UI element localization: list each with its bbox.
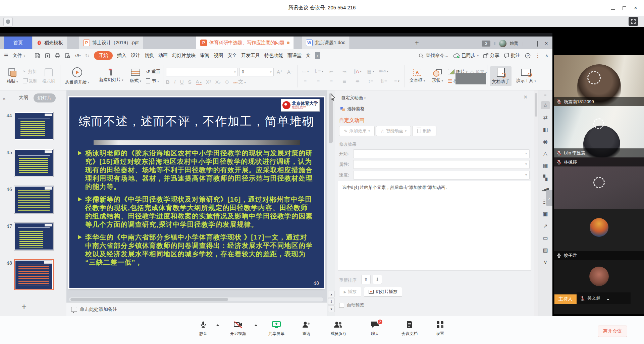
add-effect-button[interactable]: ✎添加效果▾ (339, 126, 375, 136)
format-painter-button[interactable]: 格式刷 (40, 67, 57, 85)
leave-meeting-button[interactable]: 离开会议 (598, 326, 627, 337)
vertical-scrollbar[interactable]: ▴ ⇕ ▾ (327, 90, 335, 316)
auto-preview-row[interactable]: 自动预览 (339, 302, 364, 308)
textbox-button[interactable]: A 文本框 (408, 68, 427, 85)
decrease-font-icon[interactable]: A⁻ (286, 69, 294, 75)
decrease-indent-icon[interactable]: ⇤ (326, 68, 336, 75)
align-center-icon[interactable]: ≡ (313, 77, 323, 85)
distribute-icon[interactable]: ⇹ (353, 77, 363, 85)
menu-file[interactable]: 文件∨ (13, 53, 26, 59)
font-name-select[interactable] (166, 68, 238, 76)
font-size-select[interactable]: 0 (239, 68, 274, 76)
menu-transition[interactable]: 切换 (145, 53, 154, 59)
close-button[interactable]: × (633, 5, 639, 11)
menu-rain-classroom[interactable]: 雨课堂 (287, 53, 302, 59)
wps-close-button[interactable]: × (544, 41, 549, 46)
clear-format-icon[interactable]: ◇ (225, 79, 229, 85)
minimize-button[interactable] (610, 5, 616, 11)
collapse-video-chevron-icon[interactable]: ⌄ (606, 296, 610, 301)
fullscreen-button[interactable] (629, 17, 638, 26)
panel-scrollbar[interactable] (534, 90, 538, 316)
increase-indent-icon[interactable]: ⇥ (339, 68, 350, 75)
tab-slides[interactable]: 幻灯片 (34, 93, 56, 102)
meeting-docs-button[interactable]: 会议文档 (395, 320, 424, 337)
sidebar-animation-icon[interactable]: ☆ (541, 101, 550, 109)
collapse-ribbon-icon[interactable]: ∧ (545, 53, 548, 58)
undo-icon[interactable]: ↺▾ (75, 53, 80, 59)
shapes-button[interactable]: 形状 (430, 68, 445, 85)
members-button[interactable]: 成员(57) (324, 320, 352, 337)
notes-bar[interactable]: 单击此处添加备注 (66, 302, 327, 316)
delete-effect-button[interactable]: 删除 (412, 126, 436, 136)
protection-button[interactable] (3, 17, 13, 26)
menu-view[interactable]: 视图 (214, 53, 223, 59)
user-name[interactable]: 姚蕾 (510, 41, 519, 47)
new-tab-button[interactable]: + (415, 39, 419, 47)
menu-developer[interactable]: 开发工具 (241, 53, 260, 59)
participant-tile[interactable]: 林楓婷 (554, 157, 644, 209)
doc-assistant-button[interactable]: 文档助手 (490, 66, 512, 86)
menu-scroll-right-icon[interactable]: › (315, 52, 320, 59)
menu-start[interactable]: 开始 (94, 51, 113, 60)
increase-font-icon[interactable]: A⁺ (275, 69, 284, 75)
line-spacing-icon[interactable]: ↕≡ (366, 77, 376, 85)
slide-thumbnail-45[interactable] (14, 149, 54, 177)
menu-overflow[interactable]: 文 (306, 53, 311, 59)
presentation-tools-button[interactable]: 演示工具 (514, 67, 538, 85)
wps-restore-button[interactable] (535, 41, 540, 46)
mic-options-icon[interactable] (216, 324, 219, 326)
invite-button[interactable]: 邀请 (292, 320, 320, 337)
border-icon[interactable]: ▦ (366, 68, 376, 75)
play-from-current-button[interactable]: 从当前开始 (63, 66, 92, 86)
more-menu-icon[interactable]: ⋮ (535, 53, 540, 59)
move-down-button[interactable]: ⬇ (373, 275, 382, 284)
slide-thumbnail-47[interactable] (14, 222, 54, 251)
sidebar-image-library-icon[interactable]: ▣ (541, 210, 550, 218)
sidebar-table-icon[interactable]: ▦ (541, 161, 550, 169)
section-button[interactable]: 节 (146, 78, 160, 84)
subscript-button[interactable]: X₂ (215, 79, 221, 85)
redo-icon[interactable]: ↻ (85, 53, 90, 59)
participant-tile[interactable]: Léo 李昱震 (554, 106, 644, 157)
horizontal-scrollbar[interactable] (69, 297, 323, 301)
scroll-down-icon[interactable]: ▾ (328, 305, 335, 312)
superscript-button[interactable]: X² (206, 79, 211, 85)
numbered-list-icon[interactable]: ⒈≡ (313, 68, 323, 75)
prev-next-slide-icon[interactable]: ⇕ (328, 298, 335, 305)
print-preview-icon[interactable] (65, 53, 70, 59)
sync-status[interactable]: 已同步▾ (453, 53, 479, 59)
align-left-icon[interactable]: ≡ (300, 77, 310, 85)
participant-tile[interactable]: 吴文超 主持人 ⌄ (554, 260, 644, 314)
text-direction-icon[interactable]: ∥A (353, 68, 363, 75)
chat-button[interactable]: 聊天 (361, 320, 389, 337)
tab-outline[interactable]: 大纲 (19, 95, 28, 101)
scroll-up-icon[interactable]: ▴ (328, 291, 335, 297)
play-button[interactable]: ▶播放 (339, 287, 361, 297)
sidebar-material-box-icon[interactable]: ▭ (541, 234, 550, 242)
sidebar-transition-icon[interactable]: ⇄ (541, 113, 550, 121)
slide-canvas[interactable]: 北京体育大学BEIJING SPORT UNIVERSITY 综而不述，述而不评… (66, 90, 327, 316)
italic-button[interactable]: I (174, 79, 176, 85)
menu-review[interactable]: 审阅 (200, 53, 209, 59)
checkbox-unchecked-icon[interactable] (339, 303, 344, 308)
spacing-options-icon[interactable]: ≡ (392, 77, 402, 85)
layout-button[interactable]: 版式 (128, 67, 144, 85)
share-screen-button[interactable]: 共享屏幕 (262, 320, 290, 337)
sidebar-picture-icon[interactable]: ▨ (541, 246, 550, 254)
output-icon[interactable] (45, 53, 50, 59)
panel-close-icon[interactable]: ✕ (523, 94, 528, 100)
slide-thumbnail-46[interactable] (14, 186, 54, 214)
menu-animation[interactable]: 动画 (158, 53, 168, 59)
smart-animation-button[interactable]: ☆智能动画▾ (376, 126, 411, 136)
justify-icon[interactable]: ≣ (339, 77, 350, 85)
add-slide-button[interactable]: + (21, 301, 26, 312)
settings-button[interactable]: 设置 (426, 320, 454, 337)
print-icon[interactable] (55, 53, 60, 59)
tab-docer-templates[interactable]: 稻壳模板 (33, 37, 67, 49)
drag-handle-icon[interactable]: ≡ (544, 92, 547, 97)
slide-48[interactable]: 北京体育大学BEIJING SPORT UNIVERSITY 综而不述，述而不评… (69, 97, 324, 288)
tab-ppt-doc[interactable]: P 博士设计（2019）.ppt (79, 37, 143, 49)
start-video-button[interactable]: 开启视频 (224, 320, 252, 337)
maximize-button[interactable] (621, 5, 627, 11)
slideshow-button[interactable]: 幻灯片播放 (364, 287, 402, 297)
